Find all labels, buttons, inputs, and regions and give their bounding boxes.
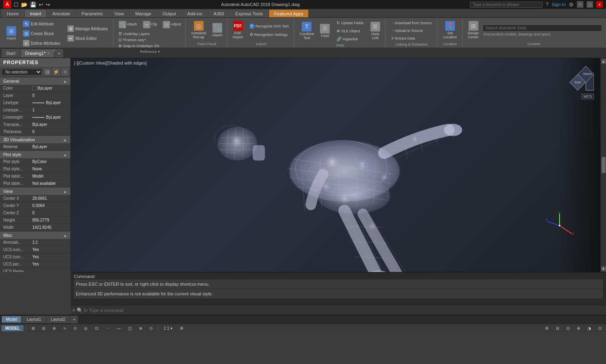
transparency-btn[interactable]: ◫ [125,325,135,331]
ribbon-tab-parametric[interactable]: Parametric [76,10,108,17]
tab-drawing1[interactable]: Drawing1* × [21,49,54,57]
extract-data-btn[interactable]: ≡ Extract Data [389,35,418,42]
general-section-header[interactable]: General ▲ [0,77,70,85]
quick-select-btn[interactable]: ⚡ [53,68,60,75]
recog-settings-btn[interactable]: ⚙ Recognition Settings [247,31,292,38]
cmd-input-field[interactable] [89,308,604,313]
undo-btn[interactable]: ↩ [38,2,44,8]
redo-btn[interactable]: ↪ [45,2,51,8]
close-btn[interactable]: × [596,1,603,8]
grid-btn[interactable]: ⊞ [29,325,38,331]
settings-btn[interactable]: ⚙ [177,325,186,331]
dyn-btn[interactable]: ⋯ [103,325,112,331]
select-all-btn[interactable]: ⊡ [44,68,51,75]
fullscreen-btn[interactable]: ⊡ [595,325,604,331]
recog-shx-btn[interactable]: T Recognize SHX Text [247,23,292,30]
design-center-btn[interactable]: ⊞ DesignCenter [466,19,481,41]
otrack-btn[interactable]: ◎ [81,325,90,331]
scroll-right[interactable]: ▲ ▼ [600,58,606,272]
isolation-btn[interactable]: ◑ [585,325,594,331]
create-block-btn[interactable]: ⊡ Create Block [20,29,63,38]
ribbon-tab-output[interactable]: Output [158,10,181,17]
adjust-btn[interactable]: ⊙ Adjust [161,19,183,30]
combine-text-btn[interactable]: T CombineText [297,20,316,42]
edit-attribute-btn[interactable]: ✎ Edit Attribute [20,19,63,28]
frames-vary-btn[interactable]: ⊡ *Frames vary* [117,37,147,43]
snap-btn[interactable]: ⊟ [39,325,48,331]
tab-start[interactable]: Start [2,49,20,57]
qprops-btn[interactable]: ⊕ [136,325,145,331]
save-btn[interactable]: 💾 [29,2,37,8]
annotation-scale[interactable]: 1:1 ▾ [161,325,175,331]
attach-btn[interactable]: 📎 Attach [117,19,139,30]
hyperlink-btn[interactable]: 🔗 Hyperlink [334,36,366,42]
pdf-import-btn[interactable]: PDF PDFImport [231,19,245,41]
cmd-search-icon[interactable]: 🔍 [77,308,83,313]
download-source-btn[interactable]: ↓ Download from Source [389,19,435,26]
ribbon-tab-view[interactable]: View [109,10,129,17]
ortho-btn[interactable]: ⊕ [50,325,59,331]
attach-pc-btn[interactable]: 📎 Attach [210,21,225,39]
search-input[interactable] [470,2,543,8]
view-section-header[interactable]: View ▲ [0,187,70,195]
manage-attr-btn[interactable]: ⚙ Manage Attributes [65,24,111,33]
tab-drawing1-close[interactable]: × [47,51,50,55]
viewcube[interactable]: TOP RIGHT WCS [562,66,594,98]
toolbar-btn[interactable]: ⊟ [553,325,562,331]
workspace-btn[interactable]: ⚙ [542,325,551,331]
clip-btn[interactable]: ✂ Clip [141,19,160,30]
minimize-btn[interactable]: − [577,1,583,8]
hardware-btn[interactable]: ⊕ [574,325,583,331]
settings-icon[interactable]: ⚙ [569,2,574,8]
polar-btn[interactable]: ∿ [60,325,69,331]
bottom-tab-layout2[interactable]: Layout2 [46,316,70,323]
ribbon-tab-annotate[interactable]: Annotate [47,10,76,17]
maximize-btn[interactable]: □ [587,1,593,8]
snap-underlays-btn[interactable]: ⊕ Snap to Underlays ON [117,43,161,49]
units-btn[interactable]: ⊡ [564,325,572,331]
scroll-up-btn[interactable]: ▲ [601,59,606,64]
tab-add[interactable]: + [55,49,63,57]
field-btn[interactable]: ☰ Field [318,22,332,40]
bottom-tab-layout1[interactable]: Layout1 [22,316,46,323]
selection-dropdown[interactable]: No selection [2,69,42,75]
define-attr-btn[interactable]: ≡ Define Attributes [20,39,63,48]
ribbon-tab-insert[interactable]: Insert [25,10,46,17]
scroll-thumb[interactable] [602,157,606,173]
update-fields-btn[interactable]: ↻ Update Fields [334,19,366,26]
scroll-down-btn[interactable]: ▼ [601,266,606,271]
block-editor-btn[interactable]: ✏ Block Editor [65,34,111,43]
bottom-tab-model[interactable]: Model [2,316,21,323]
selcycle-btn[interactable]: ⊙ [147,325,156,331]
viewport[interactable]: [-][Custom View][Shaded with edges] [71,58,606,272]
ribbon-tab-home[interactable]: Home [2,10,24,17]
recap-btn[interactable]: ◎ AutodeskReCap [189,19,208,41]
ole-object-btn[interactable]: ⊕ OLE Object [334,27,366,34]
sign-in-link[interactable]: Sign In [552,2,566,7]
bottom-tab-add[interactable]: + [70,316,78,323]
ucsicon2-label: UCS icon... [3,255,32,259]
osnap-btn[interactable]: ⊙ [71,325,80,331]
seek-search-input[interactable] [483,25,602,31]
new-btn[interactable]: ☐ [13,2,19,8]
open-btn[interactable]: 📂 [20,2,28,8]
ribbon-tab-manage[interactable]: Manage [130,10,157,17]
linewidth-btn[interactable]: ― [114,325,124,331]
data-link-btn[interactable]: ⛓ DataLink [368,20,383,42]
upload-source-btn[interactable]: ↑ Upload to Source [389,27,426,34]
ribbon-tab-express[interactable]: Express Tools [230,10,268,17]
ducs-btn[interactable]: ⊡ [92,325,101,331]
misc-section-header[interactable]: Misc ▲ [0,231,70,239]
viz3d-section-header[interactable]: 3D Visualization ▲ [0,136,70,143]
cmd-close-icon[interactable]: × [72,308,75,313]
insert-btn[interactable]: ⊞ Insert [4,25,19,42]
model-status[interactable]: MODEL [2,325,23,331]
ribbon-tab-addins[interactable]: Add-ins [182,10,208,17]
set-location-btn[interactable]: 📍 SetLocation [441,19,459,41]
underlay-layers-btn[interactable]: ☰ Underlay Layers [117,31,152,37]
pickadd-btn[interactable]: + [61,68,69,75]
plotstyle-section-header[interactable]: Plot style ▲ [0,151,70,158]
ribbon-tab-featured[interactable]: Featured Apps [269,10,309,17]
ribbon-tab-a360[interactable]: A360 [208,10,229,17]
help-icon[interactable]: ? [546,2,549,7]
